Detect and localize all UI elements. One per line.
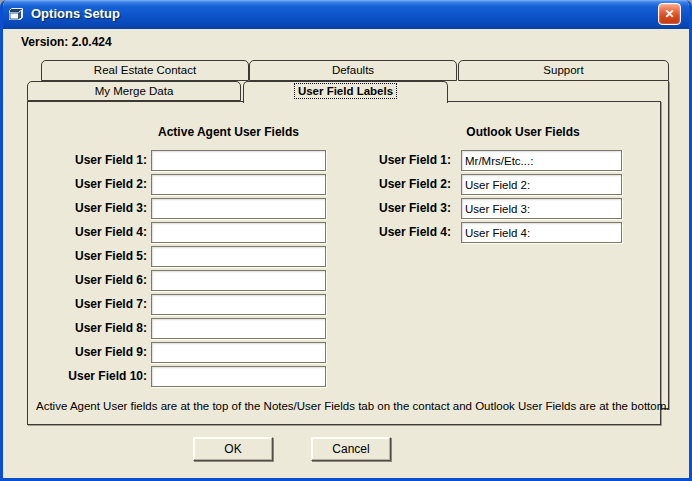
tab-my-merge-data[interactable]: My Merge Data bbox=[27, 81, 241, 101]
active-agent-field-10-input[interactable] bbox=[151, 366, 326, 387]
field-label: User Field 10: bbox=[33, 369, 147, 383]
tab-label: Support bbox=[543, 64, 583, 76]
field-label: User Field 5: bbox=[33, 249, 147, 263]
field-row: User Field 4: bbox=[3, 222, 692, 244]
outlook-field-2-input[interactable] bbox=[461, 174, 622, 195]
field-label: User Field 8: bbox=[33, 321, 147, 335]
ok-button[interactable]: OK bbox=[193, 437, 273, 461]
active-agent-field-8-input[interactable] bbox=[151, 318, 326, 339]
field-label: User Field 7: bbox=[33, 297, 147, 311]
tab-support[interactable]: Support bbox=[458, 60, 669, 81]
field-label: User Field 3: bbox=[355, 201, 451, 215]
active-agent-field-7-input[interactable] bbox=[151, 294, 326, 315]
cancel-button[interactable]: Cancel bbox=[311, 437, 391, 461]
tab-label: User Field Labels bbox=[295, 84, 396, 98]
app-icon bbox=[8, 7, 24, 22]
window-title: Options Setup bbox=[31, 0, 120, 28]
title-bar[interactable]: Options Setup ✕ bbox=[0, 0, 692, 29]
field-row: User Field 5: bbox=[3, 246, 692, 268]
outlook-field-3-input[interactable] bbox=[461, 198, 622, 219]
field-row: User Field 3: bbox=[3, 198, 692, 220]
active-agent-field-6-input[interactable] bbox=[151, 270, 326, 291]
info-note: Active Agent User fields are at the top … bbox=[36, 400, 648, 412]
tab-label: Real Estate Contact bbox=[94, 64, 196, 76]
field-row: User Field 7: bbox=[3, 294, 692, 316]
field-row: User Field 8: bbox=[3, 318, 692, 340]
field-row: User Field 9: bbox=[3, 342, 692, 364]
outlook-field-1-input[interactable] bbox=[461, 150, 622, 171]
field-label: User Field 2: bbox=[355, 177, 451, 191]
options-setup-dialog: Options Setup ✕ Version: 2.0.424 Real Es… bbox=[0, 0, 692, 481]
outlook-field-4-input[interactable] bbox=[461, 222, 622, 243]
field-label: User Field 4: bbox=[355, 225, 451, 239]
tab-defaults[interactable]: Defaults bbox=[249, 60, 457, 81]
tab-user-field-labels[interactable]: User Field Labels bbox=[243, 81, 448, 103]
outlook-heading: Outlook User Fields bbox=[433, 125, 613, 139]
field-row: User Field 1: bbox=[3, 150, 692, 172]
field-row: User Field 10: bbox=[3, 366, 692, 388]
field-label: User Field 6: bbox=[33, 273, 147, 287]
tab-label: My Merge Data bbox=[95, 85, 174, 97]
active-agent-field-5-input[interactable] bbox=[151, 246, 326, 267]
active-agent-heading: Active Agent User Fields bbox=[121, 125, 336, 139]
version-label: Version: 2.0.424 bbox=[21, 35, 112, 49]
close-icon: ✕ bbox=[664, 7, 674, 21]
field-row: User Field 2: bbox=[3, 174, 692, 196]
tab-real-estate-contact[interactable]: Real Estate Contact bbox=[41, 60, 249, 81]
close-button[interactable]: ✕ bbox=[658, 3, 681, 25]
field-label: User Field 1: bbox=[355, 153, 451, 167]
field-label: User Field 9: bbox=[33, 345, 147, 359]
active-agent-field-9-input[interactable] bbox=[151, 342, 326, 363]
tab-label: Defaults bbox=[332, 64, 374, 76]
field-row: User Field 6: bbox=[3, 270, 692, 292]
